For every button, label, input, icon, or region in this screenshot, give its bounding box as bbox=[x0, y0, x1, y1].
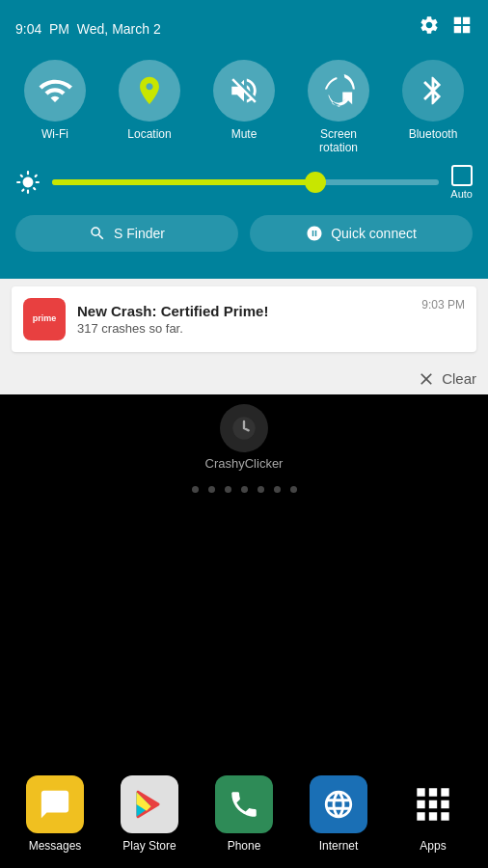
s-finder-icon bbox=[89, 225, 106, 242]
dock-item-internet[interactable]: Internet bbox=[295, 775, 382, 853]
quick-actions-row: S Finder Quick connect bbox=[0, 209, 488, 265]
quick-settings-panel: Wi-Fi Location Mute bbox=[0, 50, 488, 279]
grid-icon[interactable] bbox=[451, 14, 473, 36]
bluetooth-icon-bg bbox=[402, 60, 464, 122]
s-finder-label: S Finder bbox=[114, 226, 165, 241]
quick-tiles-row: Wi-Fi Location Mute bbox=[0, 60, 488, 155]
tile-bluetooth[interactable]: Bluetooth bbox=[391, 60, 475, 155]
page-dot-2 bbox=[208, 486, 215, 493]
page-dot-7 bbox=[290, 486, 297, 493]
page-dots-row bbox=[0, 471, 488, 501]
page-dot-1 bbox=[192, 486, 199, 493]
notif-app-icon: prime bbox=[23, 298, 66, 340]
dock-item-messages[interactable]: Messages bbox=[12, 775, 98, 853]
mute-icon-bg bbox=[213, 60, 275, 122]
status-icons bbox=[419, 14, 473, 36]
clear-button[interactable]: Clear bbox=[417, 369, 476, 389]
crashy-clicker-area: CrashyClicker bbox=[0, 394, 488, 471]
brightness-fill bbox=[52, 179, 323, 185]
page-dot-3 bbox=[225, 486, 231, 493]
notification-area: prime New Crash: Certified Prime! 317 cr… bbox=[0, 279, 488, 360]
tile-screen-rotation[interactable]: Screenrotation bbox=[296, 60, 381, 155]
dock-item-phone[interactable]: Phone bbox=[201, 775, 287, 853]
bluetooth-icon bbox=[417, 74, 449, 107]
brightness-row: Auto bbox=[0, 155, 488, 209]
internet-label: Internet bbox=[319, 839, 359, 853]
internet-icon bbox=[310, 775, 367, 833]
screen-rotation-icon-bg bbox=[308, 60, 369, 122]
time-display: 9:04 PM Wed, March 2 bbox=[15, 10, 161, 41]
mute-label: Mute bbox=[231, 127, 258, 141]
wifi-label: Wi-Fi bbox=[41, 127, 68, 141]
notification-card[interactable]: prime New Crash: Certified Prime! 317 cr… bbox=[12, 286, 476, 352]
crashy-clicker-label: CrashyClicker bbox=[205, 456, 284, 471]
clear-row: Clear bbox=[0, 360, 488, 394]
clock-time: 9:04 PM Wed, March 2 bbox=[15, 10, 161, 40]
quick-connect-label: Quick connect bbox=[331, 226, 417, 241]
s-finder-button[interactable]: S Finder bbox=[15, 215, 238, 252]
apps-label: Apps bbox=[420, 839, 446, 853]
brightness-icon bbox=[15, 170, 41, 195]
tile-mute[interactable]: Mute bbox=[202, 60, 286, 155]
playstore-icon bbox=[121, 775, 178, 833]
mute-icon bbox=[228, 74, 260, 107]
notif-content: New Crash: Certified Prime! 317 crashes … bbox=[77, 303, 410, 336]
clear-label: Clear bbox=[442, 370, 476, 387]
notif-title: New Crash: Certified Prime! bbox=[77, 303, 410, 319]
notif-icon-text: prime bbox=[31, 312, 59, 326]
time-value: 9:04 bbox=[15, 21, 41, 37]
location-icon-bg bbox=[119, 60, 180, 122]
notif-body: 317 crashes so far. bbox=[77, 321, 410, 336]
status-date: Wed, March 2 bbox=[77, 21, 161, 37]
dock-item-playstore[interactable]: Play Store bbox=[106, 775, 193, 853]
auto-label: Auto bbox=[450, 188, 473, 200]
notif-time: 9:03 PM bbox=[421, 298, 465, 312]
brightness-thumb bbox=[305, 172, 326, 193]
dock: Messages Play Store Phone Internet bbox=[0, 766, 488, 868]
dock-item-apps[interactable]: Apps bbox=[390, 775, 476, 853]
settings-icon[interactable] bbox=[419, 14, 440, 36]
location-label: Location bbox=[127, 127, 171, 141]
brightness-track bbox=[52, 179, 439, 185]
bluetooth-label: Bluetooth bbox=[409, 127, 458, 141]
location-icon bbox=[133, 74, 166, 107]
phone-label: Phone bbox=[228, 839, 261, 853]
playstore-label: Play Store bbox=[122, 839, 176, 853]
tile-location[interactable]: Location bbox=[107, 60, 192, 155]
tile-wifi[interactable]: Wi-Fi bbox=[13, 60, 97, 155]
page-dot-4 bbox=[241, 486, 248, 493]
phone-icon bbox=[215, 775, 273, 833]
brightness-slider[interactable] bbox=[52, 179, 439, 185]
page-dot-6 bbox=[274, 486, 281, 493]
auto-checkbox bbox=[451, 165, 473, 186]
messages-label: Messages bbox=[29, 839, 82, 853]
page-dot-5 bbox=[258, 486, 264, 493]
status-bar: 9:04 PM Wed, March 2 bbox=[0, 0, 488, 50]
messages-icon bbox=[26, 775, 84, 833]
time-ampm: PM bbox=[49, 21, 69, 37]
quick-connect-button[interactable]: Quick connect bbox=[250, 215, 473, 252]
clear-icon bbox=[417, 369, 436, 389]
wifi-icon bbox=[38, 73, 72, 108]
auto-brightness-toggle[interactable]: Auto bbox=[450, 165, 473, 200]
wifi-icon-bg bbox=[24, 60, 86, 122]
screen-rotation-icon bbox=[322, 74, 355, 107]
crashy-clicker-icon bbox=[220, 404, 268, 452]
screen-rotation-label: Screenrotation bbox=[319, 127, 358, 155]
apps-icon bbox=[404, 775, 462, 833]
quick-connect-icon bbox=[306, 225, 323, 242]
